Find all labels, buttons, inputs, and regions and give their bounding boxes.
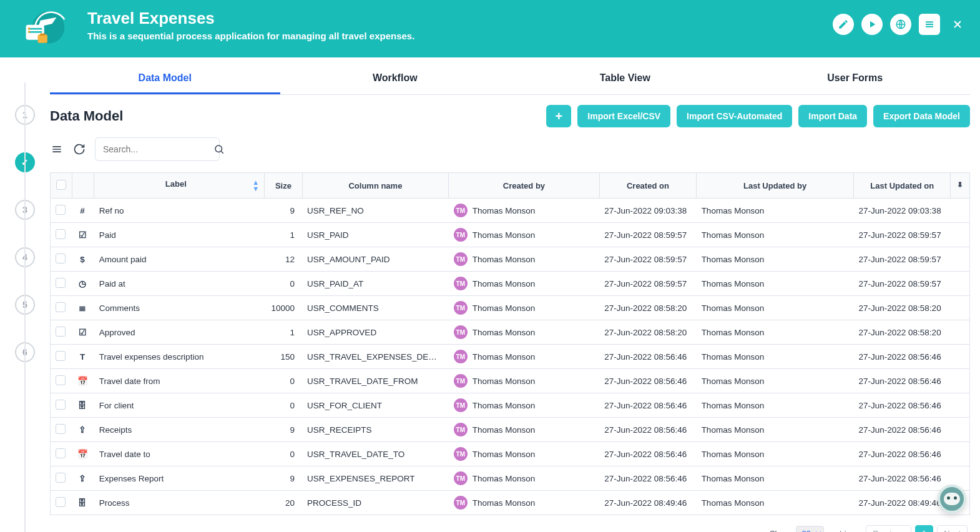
row-column-name: USR_AMOUNT_PAID [302,247,449,272]
add-button[interactable]: + [546,105,571,127]
table-row[interactable]: ◷Paid at0USR_PAID_ATTMThomas Monson27-Ju… [51,272,970,296]
row-updated-on: 27-Jun-2022 09:03:38 [854,199,951,223]
label-header[interactable]: Label▲▼ [94,173,265,199]
row-checkbox[interactable] [51,491,72,515]
row-checkbox[interactable] [51,296,72,320]
row-checkbox[interactable] [51,345,72,369]
created-on-header[interactable]: Created on [599,173,696,199]
table-row[interactable]: ☑Approved1USR_APPROVEDTMThomas Monson27-… [51,320,970,345]
chat-fab[interactable] [938,485,966,513]
row-checkbox[interactable] [51,272,72,296]
play-button[interactable] [861,14,883,35]
refresh-icon[interactable] [72,142,86,156]
table-row[interactable]: TTravel expenses description150USR_TRAVE… [51,345,970,369]
row-pin[interactable] [951,272,970,296]
row-checkbox[interactable] [51,199,72,223]
column-name-header[interactable]: Column name [302,173,449,199]
table-row[interactable]: $Amount paid12USR_AMOUNT_PAIDTMThomas Mo… [51,247,970,272]
svg-point-9 [215,145,222,152]
page-size-select[interactable]: 20 [796,526,824,532]
tab-user-forms[interactable]: User Forms [740,62,971,94]
row-column-name: USR_TRAVEL_DATE_TO [302,442,449,466]
updated-by-header[interactable]: Last Updated by [697,173,854,199]
table-row[interactable]: ☑Paid1USR_PAIDTMThomas Monson27-Jun-2022… [51,223,970,247]
svg-rect-7 [40,33,46,35]
table-row[interactable]: 🗄Process20PROCESS_IDTMThomas Monson27-Ju… [51,491,970,515]
type-icon: 📅 [72,369,94,393]
row-column-name: USR_APPROVED [302,320,449,345]
globe-button[interactable] [890,14,911,35]
table-row[interactable]: ⇪Expenses Report9USR_EXPENSES_REPORTTMTh… [51,466,970,491]
row-updated-on: 27-Jun-2022 08:56:46 [854,442,951,466]
row-updated-by: Thomas Monson [697,296,854,320]
row-checkbox[interactable] [51,223,72,247]
row-size: 0 [265,369,302,393]
type-icon: 🗄 [72,491,94,515]
row-checkbox[interactable] [51,442,72,466]
row-created-on: 27-Jun-2022 08:59:57 [599,223,696,247]
pin-header[interactable] [951,173,970,199]
previous-button[interactable]: Previous [866,525,911,532]
tab-table-view[interactable]: Table View [510,62,740,94]
row-created-on: 27-Jun-2022 08:56:46 [599,418,696,442]
tab-data-model[interactable]: Data Model [50,62,280,94]
columns-icon[interactable] [50,142,64,156]
table-row[interactable]: ⇪Receipts9USR_RECEIPTSTMThomas Monson27-… [51,418,970,442]
row-pin[interactable] [951,442,970,466]
type-icon: 📅 [72,442,94,466]
app-header: Travel Expenses This is a sequential pro… [0,0,980,57]
svg-point-5 [28,31,30,32]
row-checkbox[interactable] [51,466,72,491]
row-updated-on: 27-Jun-2022 08:59:57 [854,272,951,296]
updated-on-header[interactable]: Last Updated on [854,173,951,199]
select-all-header[interactable] [51,173,72,199]
row-created-by: TMThomas Monson [449,418,599,442]
row-pin[interactable] [951,199,970,223]
step-rail: 1✓3456 [0,57,50,532]
row-checkbox[interactable] [51,320,72,345]
avatar: TM [454,301,468,315]
row-pin[interactable] [951,247,970,272]
table-row[interactable]: 📅Travel date from0USR_TRAVEL_DATE_FROMTM… [51,369,970,393]
row-pin[interactable] [951,223,970,247]
import-data-button[interactable]: Import Data [798,105,867,127]
table-row[interactable]: 🗄For client0USR_FOR_CLIENTTMThomas Monso… [51,393,970,418]
size-header[interactable]: Size [265,173,302,199]
search-box[interactable] [95,137,220,161]
row-pin[interactable] [951,320,970,345]
row-checkbox[interactable] [51,247,72,272]
search-input[interactable] [102,144,213,155]
menu-button[interactable] [919,14,940,35]
import-csv-auto-button[interactable]: Import CSV-Automated [677,105,792,127]
row-created-on: 27-Jun-2022 08:58:20 [599,320,696,345]
row-checkbox[interactable] [51,393,72,418]
sort-icon[interactable]: ▲▼ [252,179,259,192]
page-1-button[interactable]: 1 [915,525,933,532]
row-pin[interactable] [951,296,970,320]
row-updated-on: 27-Jun-2022 08:56:46 [854,466,951,491]
row-created-by: TMThomas Monson [449,247,599,272]
tab-workflow[interactable]: Workflow [280,62,511,94]
row-size: 10000 [265,296,302,320]
row-checkbox[interactable] [51,369,72,393]
export-model-button[interactable]: Export Data Model [873,105,970,127]
row-pin[interactable] [951,418,970,442]
close-button[interactable] [950,17,965,32]
row-checkbox[interactable] [51,418,72,442]
row-pin[interactable] [951,393,970,418]
table-row[interactable]: 📅Travel date to0USR_TRAVEL_DATE_TOTMThom… [51,442,970,466]
row-pin[interactable] [951,369,970,393]
row-label: For client [94,393,265,418]
import-excel-button[interactable]: Import Excel/CSV [577,105,670,127]
row-label: Process [94,491,265,515]
table-row[interactable]: #Ref no9USR_REF_NOTMThomas Monson27-Jun-… [51,199,970,223]
row-column-name: USR_COMMENTS [302,296,449,320]
table-footer: Show 20 entries Previous 1 Next [50,515,970,532]
created-by-header[interactable]: Created by [449,173,599,199]
row-pin[interactable] [951,345,970,369]
table-row[interactable]: ≣Comments10000USR_COMMENTSTMThomas Monso… [51,296,970,320]
next-button[interactable]: Next [937,525,968,532]
row-created-on: 27-Jun-2022 08:59:57 [599,272,696,296]
data-model-table: Label▲▼ Size Column name Created by Crea… [50,172,970,515]
edit-button[interactable] [833,14,854,35]
